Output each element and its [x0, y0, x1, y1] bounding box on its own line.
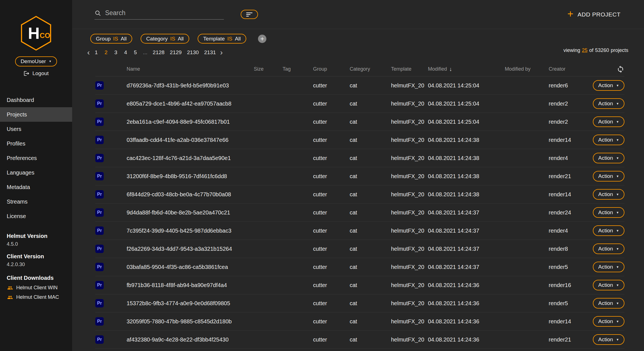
filter-list-icon [246, 12, 253, 17]
project-name: d769236a-7df3-431b-9efd-b5e9f0b91e03 [127, 82, 254, 89]
action-button[interactable]: Action ▼ [593, 225, 624, 236]
sidebar-item-metadata[interactable]: Metadata [0, 180, 72, 194]
client-version-block: Client Version 4.2.0.30 [0, 253, 72, 268]
action-button[interactable]: Action ▼ [593, 189, 624, 200]
table-row[interactable]: Pr 03bafa85-9504-4f35-ac86-ca5b3861fcea … [95, 258, 624, 276]
action-button[interactable]: Action ▼ [593, 316, 624, 327]
table-row[interactable]: Pr f26a2269-34d3-4dd7-9543-a3a321b15264 … [95, 240, 624, 258]
column-header-tag[interactable]: Tag [283, 66, 313, 72]
search-input[interactable] [105, 9, 224, 17]
action-button[interactable]: Action ▼ [593, 98, 624, 109]
action-button[interactable]: Action ▼ [593, 153, 624, 163]
page-button-2131[interactable]: 2131 [203, 48, 217, 57]
caret-down-icon: ▼ [616, 120, 619, 123]
column-header-group[interactable]: Group [313, 66, 350, 72]
project-group: cutter [313, 101, 350, 107]
action-button[interactable]: Action ▼ [593, 243, 624, 254]
sidebar-item-dashboard[interactable]: Dashboard [0, 93, 72, 107]
page-button-2129[interactable]: 2129 [169, 48, 183, 57]
page-button-3[interactable]: 3 [112, 48, 119, 57]
column-header-name[interactable]: Name [127, 66, 254, 72]
refresh-button[interactable] [617, 65, 624, 73]
column-header-template[interactable]: Template [391, 66, 428, 72]
action-button-label: Action [598, 300, 613, 306]
premiere-project-icon: Pr [95, 263, 104, 271]
sidebar-item-projects[interactable]: Projects [0, 107, 72, 122]
action-button[interactable]: Action ▼ [593, 334, 624, 345]
table-row[interactable]: Pr 15372b8c-9fb3-4774-a0e9-0e0d68f09805 … [95, 294, 624, 312]
sidebar-item-profiles[interactable]: Profiles [0, 136, 72, 151]
column-header-modified-by[interactable]: Modified by [505, 66, 549, 72]
filter-chip-group[interactable]: Group IS All [90, 34, 132, 44]
helmut-version-label: Helmut Version [7, 233, 72, 239]
filter-chip-template[interactable]: Template IS All [198, 34, 246, 44]
caret-down-icon: ▼ [616, 320, 619, 323]
add-project-button[interactable]: + ADD PROJECT [567, 10, 621, 19]
client-download-link[interactable]: Helmut Client MAC [7, 294, 72, 300]
project-template: helmutFX_20 [391, 101, 428, 107]
action-button[interactable]: Action ▼ [593, 116, 624, 127]
page-button-5[interactable]: 5 [132, 48, 139, 57]
table-row[interactable]: Pr e805a729-dce1-4b96-af42-ea97057aacb8 … [95, 95, 624, 113]
next-page-button[interactable]: › [217, 49, 225, 56]
user-menu-button[interactable]: DemoUser ▼ [15, 56, 57, 66]
chip-value: All [235, 36, 241, 42]
table-row[interactable]: Pr 2eba161a-c9ef-4094-88e9-45fc06817b01 … [95, 113, 624, 131]
table-row[interactable]: Pr af432380-9a9c-4e28-8e22-df3bb4f25430 … [95, 331, 624, 349]
page-button-4[interactable]: 4 [122, 48, 129, 57]
table-row[interactable]: Pr cac423ec-128f-4c76-a21d-3a7daa5e90e1 … [95, 149, 624, 167]
column-header-size[interactable]: Size [254, 66, 283, 72]
page-button-2[interactable]: 2 [102, 48, 110, 57]
premiere-project-icon: Pr [95, 245, 104, 253]
page-button-2128[interactable]: 2128 [151, 48, 166, 57]
caret-down-icon: ▼ [616, 266, 619, 269]
project-creator: render21 [549, 173, 591, 180]
table-row[interactable]: Pr 31200f6f-8be9-4b8b-9516-7df461fc6dd8 … [95, 167, 624, 185]
logout-button[interactable]: Logout [23, 70, 49, 77]
sidebar-item-preferences[interactable]: Preferences [0, 151, 72, 165]
project-creator: render5 [549, 264, 591, 270]
client-downloads-list: Helmut Client WIN Helmut Client MAC [7, 285, 72, 300]
premiere-project-icon: Pr [95, 299, 104, 307]
column-header-modified[interactable]: Modified ↓ [428, 66, 505, 72]
table-row[interactable]: Pr 9d4da88f-fb6d-40be-8e2b-5ae20a470c21 … [95, 204, 624, 222]
project-modified: 04.08.2021 14:24:38 [428, 173, 505, 180]
client-download-link[interactable]: Helmut Client WIN [7, 285, 72, 291]
table-row[interactable]: Pr 6f844d29-cd03-48cb-be0a-4c77b70b0a08 … [95, 185, 624, 204]
add-filter-button[interactable]: + [258, 35, 266, 43]
action-button[interactable]: Action ▼ [593, 280, 624, 290]
action-button[interactable]: Action ▼ [593, 262, 624, 272]
project-creator: render6 [549, 82, 591, 89]
action-button[interactable]: Action ▼ [593, 207, 624, 218]
sidebar-item-users[interactable]: Users [0, 122, 72, 136]
viewing-count-link[interactable]: 25 [582, 47, 588, 53]
action-button[interactable]: Action ▼ [593, 135, 624, 145]
project-creator: render14 [549, 137, 591, 143]
table-row[interactable]: Pr fb971b36-8118-4f8f-ab94-ba90e97df4a4 … [95, 276, 624, 294]
table-row[interactable]: Pr 03ffaadb-cdd4-41fe-a2ab-036e37847e66 … [95, 131, 624, 149]
filter-chips: Group IS All Category IS All Template IS… [72, 29, 644, 44]
page-button-1[interactable]: 1 [93, 48, 100, 57]
column-header-category[interactable]: Category [350, 66, 391, 72]
project-category: cat [350, 191, 391, 198]
column-header-creator[interactable]: Creator [549, 66, 591, 72]
table-row[interactable]: Pr 32059f05-7880-47bb-9885-c8545d2d180b … [95, 312, 624, 331]
sidebar-item-streams[interactable]: Streams [0, 194, 72, 209]
filter-chip-category[interactable]: Category IS All [141, 34, 189, 44]
table-row[interactable]: Pr d769236a-7df3-431b-9efd-b5e9f0b91e03 … [95, 77, 624, 95]
table-row[interactable]: Pr 7c395f24-39d9-4405-b425-987dd6ebbac3 … [95, 222, 624, 240]
sidebar-item-languages[interactable]: Languages [0, 165, 72, 180]
client-downloads-block: Client Downloads Helmut Client WIN Helmu… [0, 275, 72, 300]
filter-list-button[interactable] [241, 10, 258, 19]
page-button-2130[interactable]: 2130 [186, 48, 200, 57]
action-button[interactable]: Action ▼ [593, 80, 624, 91]
previous-page-button[interactable]: ‹ [84, 49, 93, 56]
action-button[interactable]: Action ▼ [593, 171, 624, 182]
project-creator: render24 [549, 209, 591, 216]
project-category: cat [350, 300, 391, 307]
project-category: cat [350, 82, 391, 89]
caret-down-icon: ▼ [49, 60, 51, 63]
project-name: cac423ec-128f-4c76-a21d-3a7daa5e90e1 [127, 155, 254, 161]
sidebar-item-license[interactable]: License [0, 209, 72, 223]
action-button[interactable]: Action ▼ [593, 298, 624, 309]
